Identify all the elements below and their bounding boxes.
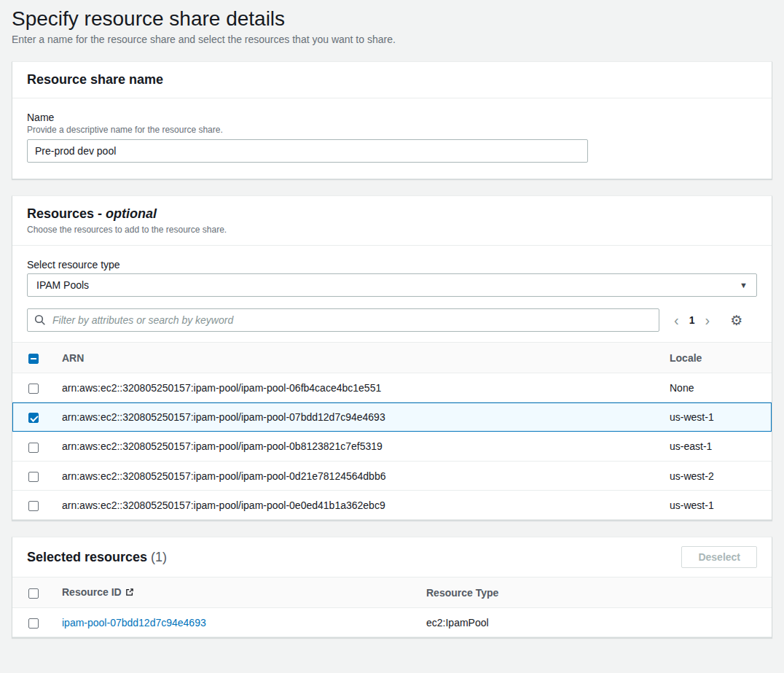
- next-page-button[interactable]: ›: [699, 311, 716, 329]
- table-row[interactable]: arn:aws:ec2::320805250157:ipam-pool/ipam…: [12, 462, 772, 491]
- resources-card: Resources - optional Choose the resource…: [12, 195, 772, 521]
- arn-column-header: ARN: [55, 342, 662, 373]
- locale-cell: None: [662, 373, 772, 402]
- resources-table-header-row: ARN Locale: [12, 342, 772, 373]
- select-all-checkbox[interactable]: [28, 354, 39, 364]
- page-title: Specify resource share details: [12, 6, 772, 32]
- locale-cell: us-west-2: [662, 462, 772, 491]
- search-icon: [34, 314, 46, 329]
- name-input[interactable]: [27, 139, 588, 163]
- row-checkbox[interactable]: [28, 384, 39, 394]
- selected-table-header-row: Resource ID Resource Type: [12, 577, 772, 608]
- pagination: ‹ 1 ›: [668, 311, 716, 329]
- page: Specify resource share details Enter a n…: [0, 0, 784, 647]
- table-row[interactable]: arn:aws:ec2::320805250157:ipam-pool/ipam…: [12, 491, 772, 520]
- name-field-hint: Provide a descriptive name for the resou…: [27, 125, 757, 135]
- resource-type-cell: ec2:IpamPool: [419, 608, 772, 637]
- locale-cell: us-east-1: [662, 432, 772, 461]
- locale-column-header: Locale: [662, 342, 772, 373]
- selected-table-row[interactable]: ipam-pool-07bdd12d7c94e4693 ec2:IpamPool: [12, 608, 772, 637]
- filter-wrap: [27, 308, 659, 332]
- resource-share-name-title: Resource share name: [27, 72, 757, 87]
- resource-id-column-header: Resource ID: [55, 577, 419, 608]
- page-subtitle: Enter a name for the resource share and …: [12, 34, 772, 45]
- arn-cell: arn:aws:ec2::320805250157:ipam-pool/ipam…: [55, 462, 662, 491]
- dropdown-caret-icon: ▼: [740, 281, 748, 289]
- resource-share-name-body: Name Provide a descriptive name for the …: [12, 98, 772, 179]
- resources-description: Choose the resources to add to the resou…: [27, 225, 757, 235]
- selected-select-all-checkbox[interactable]: [28, 588, 39, 599]
- row-checkbox[interactable]: [28, 413, 39, 423]
- current-page-number: 1: [685, 314, 699, 326]
- deselect-button[interactable]: Deselect: [681, 546, 757, 568]
- selected-resources-table: Resource ID Resource Type ipam-pool-07bd…: [12, 577, 772, 637]
- arn-cell: arn:aws:ec2::320805250157:ipam-pool/ipam…: [55, 402, 662, 432]
- selected-resources-header: Selected resources (1) Deselect: [12, 537, 772, 577]
- resources-table: ARN Locale arn:aws:ec2::320805250157:ipa…: [12, 342, 772, 520]
- resource-type-selected-value: IPAM Pools: [36, 279, 89, 291]
- filter-row: ‹ 1 › ⚙: [27, 308, 757, 332]
- external-link-icon: [125, 587, 134, 599]
- resource-share-name-header: Resource share name: [12, 62, 772, 98]
- row-checkbox[interactable]: [28, 472, 39, 482]
- resource-type-label: Select resource type: [27, 259, 757, 271]
- resource-type-select[interactable]: IPAM Pools ▼: [27, 273, 757, 297]
- row-checkbox[interactable]: [28, 618, 39, 629]
- selected-resources-count: (1): [151, 550, 167, 564]
- resources-title-text: Resources -: [27, 206, 102, 221]
- table-row[interactable]: arn:aws:ec2::320805250157:ipam-pool/ipam…: [12, 432, 772, 461]
- locale-cell: us-west-1: [662, 491, 772, 520]
- resource-type-column-header: Resource Type: [419, 577, 772, 608]
- arn-cell: arn:aws:ec2::320805250157:ipam-pool/ipam…: [55, 373, 662, 402]
- resource-share-name-card: Resource share name Name Provide a descr…: [12, 61, 772, 179]
- filter-input[interactable]: [27, 308, 659, 332]
- name-field-label: Name: [27, 112, 757, 123]
- row-checkbox[interactable]: [28, 443, 39, 453]
- selected-resources-card: Selected resources (1) Deselect Resource…: [12, 537, 772, 638]
- row-checkbox[interactable]: [28, 501, 39, 511]
- settings-gear-icon[interactable]: ⚙: [730, 314, 742, 327]
- selected-resources-title-text: Selected resources: [27, 550, 147, 564]
- arn-cell: arn:aws:ec2::320805250157:ipam-pool/ipam…: [55, 491, 662, 520]
- resources-header: Resources - optional Choose the resource…: [12, 196, 772, 246]
- resource-id-header-label: Resource ID: [62, 586, 122, 598]
- previous-page-button[interactable]: ‹: [668, 311, 685, 329]
- resources-title: Resources - optional: [27, 206, 757, 222]
- arn-cell: arn:aws:ec2::320805250157:ipam-pool/ipam…: [55, 432, 662, 461]
- selected-resources-title: Selected resources (1): [27, 550, 167, 565]
- locale-cell: us-west-1: [662, 402, 772, 432]
- resource-id-link[interactable]: ipam-pool-07bdd12d7c94e4693: [62, 617, 206, 629]
- table-row[interactable]: arn:aws:ec2::320805250157:ipam-pool/ipam…: [12, 373, 772, 402]
- table-row-selected[interactable]: arn:aws:ec2::320805250157:ipam-pool/ipam…: [12, 402, 772, 432]
- resources-title-optional: optional: [106, 206, 157, 221]
- resources-body: Select resource type IPAM Pools ▼ ‹ 1 › …: [12, 246, 772, 332]
